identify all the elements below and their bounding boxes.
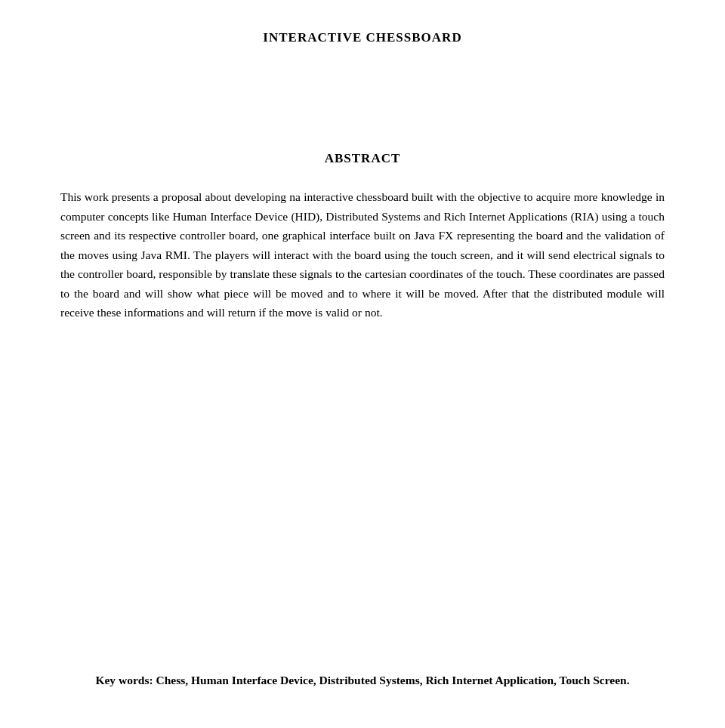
keywords-label: Key words:: [95, 674, 156, 686]
page-title: INTERACTIVE CHESSBOARD: [60, 30, 665, 45]
abstract-heading: ABSTRACT: [60, 151, 665, 166]
keywords-section: Key words: Chess, Human Interface Device…: [60, 671, 665, 690]
page: INTERACTIVE CHESSBOARD ABSTRACT This wor…: [0, 0, 725, 728]
keywords-text: Chess, Human Interface Device, Distribut…: [156, 674, 630, 686]
abstract-paragraph-1: This work presents a proposal about deve…: [60, 187, 665, 322]
abstract-body: This work presents a proposal about deve…: [60, 187, 665, 322]
